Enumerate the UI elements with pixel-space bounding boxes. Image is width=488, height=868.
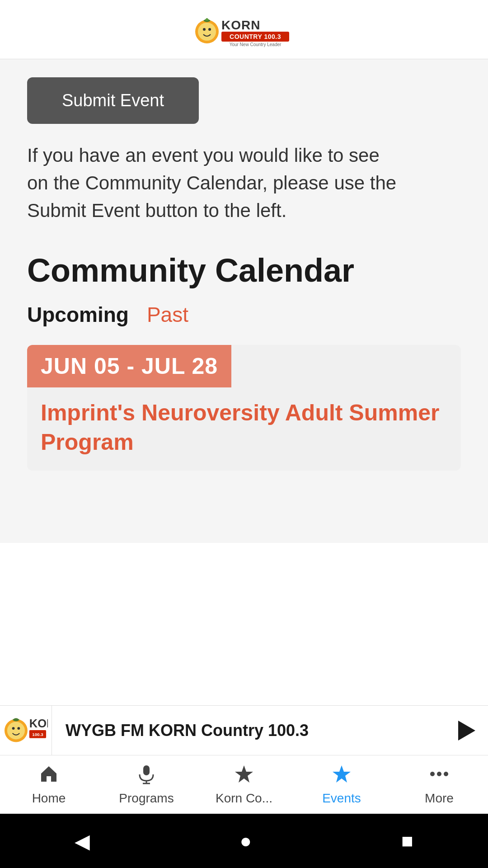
android-home-button[interactable]: ●: [239, 830, 252, 852]
android-nav-bar: ◀ ● ■: [0, 814, 488, 868]
nav-label-home: Home: [32, 791, 66, 806]
microphone-icon: [136, 764, 157, 788]
korn-logo: KORN COUNTRY 100.3 Your New Country Lead…: [194, 14, 294, 50]
nav-label-programs: Programs: [119, 791, 174, 806]
nav-item-more[interactable]: More: [399, 764, 480, 806]
android-recent-icon: ■: [401, 830, 413, 852]
header: KORN COUNTRY 100.3 Your New Country Lead…: [0, 0, 488, 59]
play-icon: [458, 721, 475, 741]
nav-label-korn-co: Korn Co...: [216, 791, 272, 806]
svg-point-10: [12, 727, 15, 730]
svg-text:KORN: KORN: [29, 717, 48, 730]
svg-point-3: [208, 28, 211, 31]
player-bar: KORN 100.3 WYGB FM KORN Country 100.3: [0, 705, 488, 755]
event-title-container: Imprint's Neuroversity Adult Summer Prog…: [27, 387, 461, 471]
nav-item-home[interactable]: Home: [8, 764, 89, 806]
star-icon: [234, 764, 254, 788]
main-content: Submit Event If you have an event you wo…: [0, 59, 488, 543]
svg-text:100.3: 100.3: [32, 731, 43, 736]
player-play-button[interactable]: [443, 706, 488, 755]
home-icon: [38, 764, 59, 788]
star-icon-active: [331, 764, 352, 788]
back-icon: ◀: [75, 830, 90, 853]
more-dots-icon: [429, 764, 450, 788]
player-station-name: WYGB FM KORN Country 100.3: [52, 721, 443, 740]
android-home-icon: ●: [239, 830, 252, 852]
svg-marker-18: [235, 765, 253, 783]
calendar-heading: Community Calendar: [27, 252, 461, 289]
svg-point-1: [198, 23, 216, 41]
event-card[interactable]: JUN 05 - JUL 28 Imprint's Neuroversity A…: [27, 345, 461, 471]
nav-label-more: More: [425, 791, 454, 806]
player-logo-svg: KORN 100.3: [4, 710, 48, 751]
player-logo: KORN 100.3: [0, 706, 52, 755]
svg-marker-19: [333, 765, 351, 783]
svg-point-2: [203, 28, 206, 31]
logo-container: KORN COUNTRY 100.3 Your New Country Lead…: [194, 14, 294, 50]
nav-item-programs[interactable]: Programs: [106, 764, 187, 806]
description-text: If you have an event you would like to s…: [27, 142, 398, 225]
event-date-badge: JUN 05 - JUL 28: [27, 345, 231, 387]
submit-event-button[interactable]: Submit Event: [27, 77, 199, 124]
svg-point-9: [7, 722, 25, 739]
tab-past[interactable]: Past: [147, 302, 188, 327]
tab-upcoming[interactable]: Upcoming: [27, 302, 129, 327]
svg-point-20: [430, 772, 435, 776]
svg-point-21: [437, 772, 441, 776]
svg-point-11: [17, 727, 20, 730]
svg-text:KORN: KORN: [221, 18, 260, 32]
android-recent-button[interactable]: ■: [401, 830, 413, 852]
event-title: Imprint's Neuroversity Adult Summer Prog…: [41, 398, 447, 457]
svg-rect-15: [143, 765, 150, 775]
calendar-tabs: Upcoming Past: [27, 302, 461, 327]
svg-text:Your New Country Leader: Your New Country Leader: [230, 42, 282, 47]
event-date-text: JUN 05 - JUL 28: [41, 354, 218, 379]
android-back-button[interactable]: ◀: [75, 830, 90, 853]
nav-label-events: Events: [322, 791, 361, 806]
nav-item-events[interactable]: Events: [301, 764, 382, 806]
svg-point-22: [444, 772, 448, 776]
bottom-nav: Home Programs Korn Co... Events: [0, 755, 488, 814]
nav-item-korn-co[interactable]: Korn Co...: [203, 764, 285, 806]
svg-text:COUNTRY 100.3: COUNTRY 100.3: [230, 33, 281, 40]
